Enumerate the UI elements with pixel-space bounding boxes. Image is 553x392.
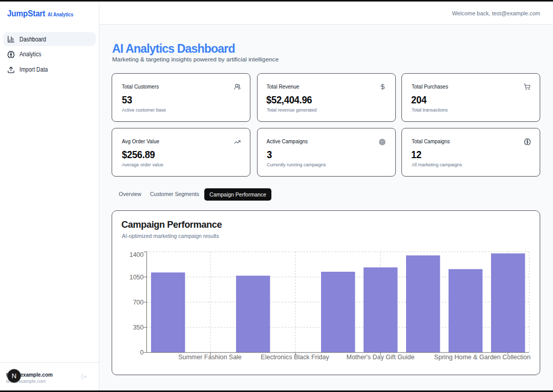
svg-text:Summer Fashion Sale: Summer Fashion Sale — [178, 354, 242, 361]
svg-text:350: 350 — [133, 324, 144, 331]
svg-text:Spring Home & Garden Collectio: Spring Home & Garden Collection — [434, 354, 530, 361]
svg-text:Mother's Day Gift Guide: Mother's Day Gift Guide — [347, 354, 415, 361]
svg-text:1050: 1050 — [130, 274, 144, 281]
svg-text:1400: 1400 — [130, 251, 144, 258]
svg-text:700: 700 — [133, 299, 144, 306]
svg-text:Electronics Black Friday: Electronics Black Friday — [261, 354, 329, 361]
svg-text:0: 0 — [140, 349, 144, 356]
